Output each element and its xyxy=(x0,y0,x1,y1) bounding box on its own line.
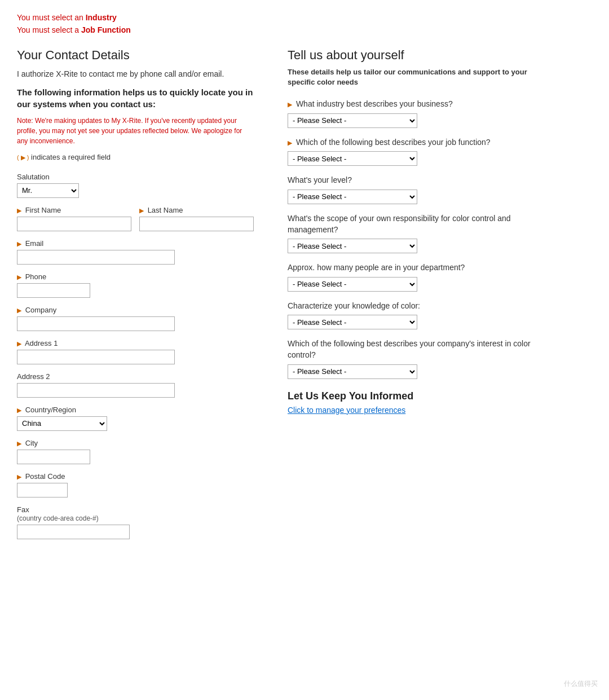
req-arrow-phone-icon: ▶ xyxy=(17,274,21,280)
email-input[interactable] xyxy=(17,250,175,265)
address2-label: Address 2 xyxy=(17,372,254,381)
dept-size-select[interactable]: - Please Select - xyxy=(288,277,417,292)
fax-group: Fax (country code-area code-#) xyxy=(17,505,254,539)
req-arrow-addr1-icon: ▶ xyxy=(17,340,21,347)
note-text: Note: We're making updates to My X-Rite.… xyxy=(17,116,254,146)
fax-input[interactable] xyxy=(17,525,130,539)
q3-label: What's your level? xyxy=(288,175,547,186)
keep-informed-section: Let Us Keep You Informed Click to manage… xyxy=(288,390,547,415)
job-function-error: You must select a Job Function xyxy=(17,24,592,36)
q4-label: What's the scope of your own responsibil… xyxy=(288,213,547,235)
address1-input[interactable] xyxy=(17,350,175,364)
name-row: ▶ First Name ▶ Last Name xyxy=(17,206,254,239)
salutation-group: Salutation Mr. Mrs. Ms. Dr. Prof. xyxy=(17,173,254,198)
address2-input[interactable] xyxy=(17,383,175,398)
q2-label: ▶ Which of the following best describes … xyxy=(288,137,547,148)
authorize-text: I authorize X-Rite to contact me by phon… xyxy=(17,69,254,78)
industry-select[interactable]: - Please Select - xyxy=(288,113,417,128)
error-messages: You must select an Industry You must sel… xyxy=(17,11,592,37)
left-column: Your Contact Details I authorize X-Rite … xyxy=(17,48,254,547)
email-group: ▶ Email xyxy=(17,239,254,265)
email-label: ▶ Email xyxy=(17,239,254,248)
tailor-text: These details help us tailor our communi… xyxy=(288,67,547,87)
req-arrow-city-icon: ▶ xyxy=(17,440,21,447)
postal-label: ▶ Postal Code xyxy=(17,472,254,481)
keep-informed-title: Let Us Keep You Informed xyxy=(288,390,547,402)
manage-preferences-link[interactable]: Click to manage your preferences xyxy=(288,406,405,415)
color-knowledge-select[interactable]: - Please Select - xyxy=(288,315,417,329)
required-arrow-icon: ( ▶ ) xyxy=(17,154,29,161)
salutation-select[interactable]: Mr. Mrs. Ms. Dr. Prof. xyxy=(17,183,79,198)
color-knowledge-group: Characterize your knowledge of color: - … xyxy=(288,301,547,330)
fax-label: Fax (country code-area code-#) xyxy=(17,505,254,522)
company-input[interactable] xyxy=(17,316,175,331)
q6-label: Characterize your knowledge of color: xyxy=(288,301,547,312)
company-group: ▶ Company xyxy=(17,306,254,331)
right-column: Tell us about yourself These details hel… xyxy=(288,48,547,547)
scope-group: What's the scope of your own responsibil… xyxy=(288,213,547,253)
right-title: Tell us about yourself xyxy=(288,48,547,63)
req-arrow-country-icon: ▶ xyxy=(17,407,21,413)
country-group: ▶ Country/Region China United States Uni… xyxy=(17,406,254,431)
last-name-input[interactable] xyxy=(139,217,254,231)
last-name-label: ▶ Last Name xyxy=(139,206,254,214)
dept-size-group: Approx. how many people are in your depa… xyxy=(288,262,547,292)
postal-group: ▶ Postal Code xyxy=(17,472,254,498)
color-interest-select[interactable]: - Please Select - xyxy=(288,364,417,379)
first-name-group: ▶ First Name xyxy=(17,206,131,231)
phone-group: ▶ Phone xyxy=(17,272,254,298)
q5-label: Approx. how many people are in your depa… xyxy=(288,262,547,274)
company-label: ▶ Company xyxy=(17,306,254,314)
industry-group: ▶ What industry best describes your busi… xyxy=(288,99,547,128)
req-arrow-postal-icon: ▶ xyxy=(17,473,21,480)
city-input[interactable] xyxy=(17,450,90,464)
left-title: Your Contact Details xyxy=(17,48,254,63)
color-interest-group: Which of the following best describes yo… xyxy=(288,338,547,378)
req-arrow-icon: ▶ xyxy=(17,207,21,214)
first-name-input[interactable] xyxy=(17,217,131,231)
last-name-group: ▶ Last Name xyxy=(139,206,254,231)
level-select[interactable]: - Please Select - xyxy=(288,190,417,204)
req-arrow-q1-icon: ▶ xyxy=(288,101,292,108)
city-label: ▶ City xyxy=(17,439,254,447)
postal-input[interactable] xyxy=(17,483,68,498)
q1-label: ▶ What industry best describes your busi… xyxy=(288,99,547,110)
fax-subtext: (country code-area code-#) xyxy=(17,514,99,522)
first-name-label: ▶ First Name xyxy=(17,206,131,214)
country-select[interactable]: China United States United Kingdom Germa… xyxy=(17,416,107,431)
q7-label: Which of the following best describes yo… xyxy=(288,338,547,360)
scope-select[interactable]: - Please Select - xyxy=(288,239,417,253)
city-group: ▶ City xyxy=(17,439,254,464)
req-arrow-email-icon: ▶ xyxy=(17,240,21,247)
job-function-group: ▶ Which of the following best describes … xyxy=(288,137,547,166)
country-label: ▶ Country/Region xyxy=(17,406,254,414)
req-arrow-company-icon: ▶ xyxy=(17,307,21,314)
job-function-select[interactable]: - Please Select - xyxy=(288,151,417,166)
phone-label: ▶ Phone xyxy=(17,272,254,281)
address2-group: Address 2 xyxy=(17,372,254,398)
level-group: What's your level? - Please Select - xyxy=(288,175,547,204)
req-arrow-last-icon: ▶ xyxy=(139,207,144,214)
required-note: ( ▶ ) indicates a required field xyxy=(17,153,254,161)
req-arrow-q2-icon: ▶ xyxy=(288,139,292,146)
address1-label: ▶ Address 1 xyxy=(17,339,254,347)
salutation-label: Salutation xyxy=(17,173,254,181)
quickly-locate: The following information helps us to qu… xyxy=(17,86,254,110)
phone-input[interactable] xyxy=(17,283,90,298)
industry-error: You must select an Industry xyxy=(17,11,592,24)
address1-group: ▶ Address 1 xyxy=(17,339,254,364)
